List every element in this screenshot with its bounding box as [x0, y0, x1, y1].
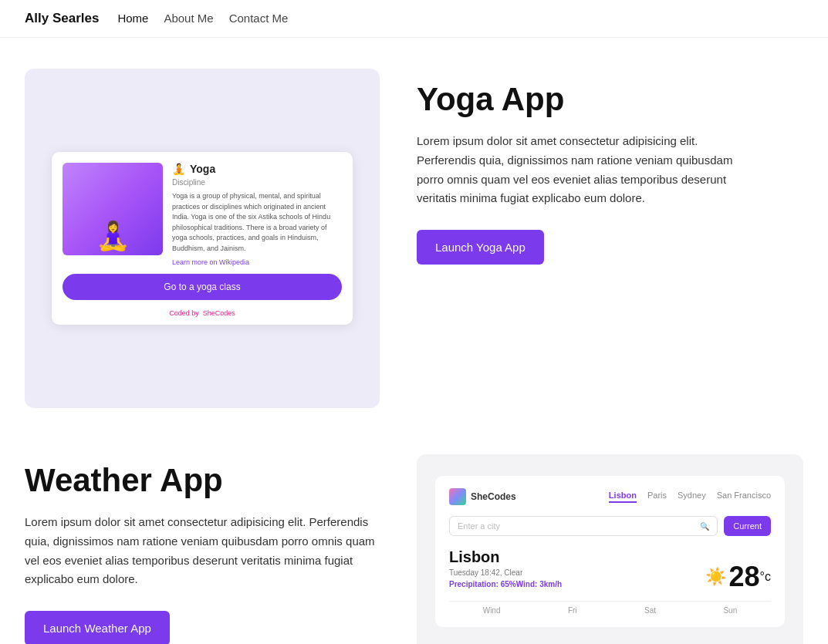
- nav-item-about[interactable]: About Me: [164, 12, 213, 25]
- shecodes-logo: SheCodes: [449, 488, 516, 505]
- yoga-footer-brand: SheCodes: [203, 309, 235, 317]
- yoga-footer-text: Coded by: [169, 309, 199, 317]
- yoga-card-inner: 🧘‍♀️ 🧘 Yoga Discipline Yoga is a group o…: [52, 152, 353, 274]
- footer-sat: Sat: [644, 606, 656, 615]
- yoga-card: 🧘‍♀️ 🧘 Yoga Discipline Yoga is a group o…: [52, 152, 353, 325]
- yoga-image: 🧘‍♀️: [63, 163, 163, 255]
- yoga-card-link[interactable]: Learn more on Wikipedia: [172, 258, 342, 266]
- wind-value: 3km/h: [539, 580, 562, 588]
- weather-content: Weather App Lorem ipsum dolor sit amet c…: [25, 454, 380, 644]
- nav-item-contact[interactable]: Contact Me: [229, 12, 289, 25]
- city-tab-lisbon[interactable]: Lisbon: [609, 491, 637, 503]
- sun-icon: ☀️: [705, 567, 726, 587]
- yoga-launch-button[interactable]: Launch Yoga App: [417, 230, 544, 265]
- yoga-name: Yoga: [190, 163, 215, 175]
- weather-divider: [449, 601, 771, 602]
- search-placeholder: Enter a city: [458, 521, 500, 531]
- precip-value: 65%: [501, 580, 516, 588]
- precip-label: Precipitation:: [449, 580, 501, 588]
- footer-wind: Wind: [483, 606, 501, 615]
- city-tab-sf[interactable]: San Francisco: [717, 491, 771, 503]
- weather-app-header: SheCodes Lisbon Paris Sydney San Francis…: [449, 488, 771, 505]
- yoga-description: Lorem ipsum dolor sit amet consectetur a…: [417, 132, 741, 208]
- yoga-figure-icon: 🧘‍♀️: [96, 220, 130, 252]
- city-tab-sydney[interactable]: Sydney: [678, 491, 706, 503]
- yoga-card-body: Yoga is a group of physical, mental, and…: [172, 191, 342, 254]
- yoga-section: 🧘‍♀️ 🧘 Yoga Discipline Yoga is a group o…: [0, 38, 828, 439]
- temperature-unit: °c: [760, 570, 771, 584]
- city-search-input[interactable]: Enter a city 🔍: [449, 516, 718, 536]
- yoga-card-footer: Coded by SheCodes: [52, 309, 353, 325]
- footer-fri: Fri: [568, 606, 577, 615]
- weather-preview-wrapper: SheCodes Lisbon Paris Sydney San Francis…: [417, 454, 803, 644]
- footer-sun: Sun: [723, 606, 737, 615]
- nav-brand: Ally Searles: [25, 11, 99, 26]
- temperature-value: 28: [729, 561, 760, 593]
- city-tabs: Lisbon Paris Sydney San Francisco: [609, 491, 771, 503]
- nav-item-home[interactable]: Home: [117, 12, 148, 25]
- nav-links: Home About Me Contact Me: [117, 12, 288, 25]
- yoga-preview-wrapper: 🧘‍♀️ 🧘 Yoga Discipline Yoga is a group o…: [25, 69, 380, 408]
- shecodes-logo-icon: [449, 488, 466, 505]
- navbar: Ally Searles Home About Me Contact Me: [0, 0, 828, 38]
- nav-link-about[interactable]: About Me: [164, 12, 213, 25]
- current-button[interactable]: Current: [724, 516, 771, 536]
- yoga-emoji: 🧘: [172, 163, 185, 175]
- yoga-card-subtitle: Discipline: [172, 178, 342, 187]
- weather-app-card: SheCodes Lisbon Paris Sydney San Francis…: [435, 476, 785, 627]
- shecodes-brand-name: SheCodes: [471, 491, 516, 502]
- weather-description: Lorem ipsum dolor sit amet consectetur a…: [25, 513, 380, 589]
- nav-link-contact[interactable]: Contact Me: [229, 12, 289, 25]
- yoga-title: Yoga App: [417, 81, 803, 118]
- search-icon: 🔍: [700, 522, 709, 531]
- weather-title: Weather App: [25, 462, 380, 499]
- yoga-card-info: 🧘 Yoga Discipline Yoga is a group of phy…: [172, 163, 342, 266]
- weather-footer: Wind Fri Sat Sun: [449, 606, 771, 615]
- nav-link-home[interactable]: Home: [117, 12, 148, 25]
- yoga-card-title: 🧘 Yoga: [172, 163, 342, 175]
- city-tab-paris[interactable]: Paris: [647, 491, 667, 503]
- yoga-go-to-class-button[interactable]: Go to a yoga class: [63, 274, 342, 300]
- weather-search-row: Enter a city 🔍 Current: [449, 516, 771, 536]
- weather-launch-button[interactable]: Launch Weather App: [25, 611, 170, 644]
- yoga-content: Yoga App Lorem ipsum dolor sit amet cons…: [417, 69, 803, 265]
- weather-section: Weather App Lorem ipsum dolor sit amet c…: [0, 439, 828, 644]
- wind-label: Wind:: [516, 580, 539, 588]
